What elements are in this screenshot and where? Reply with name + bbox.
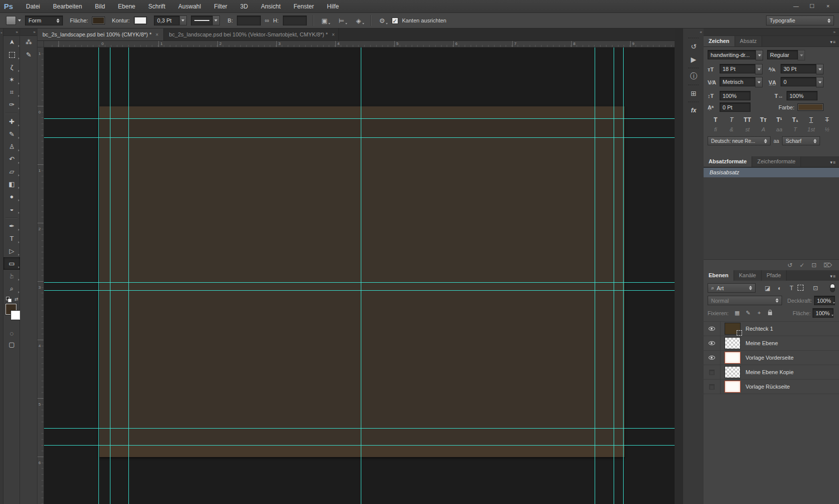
language-dropdown[interactable]: Deutsch: neue Re... — [708, 136, 771, 145]
stroke-color-swatch[interactable] — [134, 16, 147, 24]
subscript-button[interactable]: T₁ — [787, 116, 803, 123]
horizontal-guide[interactable] — [44, 282, 675, 283]
layer-row[interactable]: Vorlage Rückseite — [704, 380, 839, 394]
layer-visibility-cell[interactable] — [704, 336, 721, 350]
menu-item-auswahl[interactable]: Auswahl — [178, 3, 201, 10]
layer-row[interactable]: Rechteck 1 — [704, 322, 839, 336]
fill-color-swatch[interactable] — [92, 16, 105, 24]
strikethrough-button[interactable]: T — [819, 116, 835, 123]
dock-expand-icon[interactable]: « — [683, 28, 704, 36]
blur-tool[interactable]: ● — [3, 190, 20, 203]
healing-brush-tool[interactable]: ✚ — [3, 115, 20, 128]
layer-thumbnail[interactable] — [725, 352, 741, 364]
eraser-tool[interactable]: ▱ — [3, 165, 20, 178]
layer-thumbnail[interactable] — [725, 366, 741, 378]
layer-name[interactable]: Vorlage Rückseite — [746, 384, 790, 390]
font-size-dropdown[interactable]: 18 Pt — [720, 64, 763, 74]
tab-ebenen[interactable]: Ebenen — [704, 270, 734, 281]
info-panel-icon[interactable]: ⓘ — [683, 70, 704, 83]
brush-settings-panel-icon[interactable]: ⁂ — [20, 36, 37, 48]
stroke-width-field[interactable]: 0,3 Pt — [154, 15, 187, 25]
contextual-alternates-button[interactable]: & — [724, 126, 740, 132]
expand-dock-icon[interactable]: » — [0, 28, 3, 34]
tool-mode-dropdown[interactable]: Form — [25, 15, 63, 25]
tab-close-icon[interactable]: × — [332, 32, 335, 37]
tab-zeichenformate[interactable]: Zeichenformate — [752, 156, 801, 167]
brush-tool[interactable]: ✎ — [3, 128, 20, 140]
menu-item-fenster[interactable]: Fenster — [294, 3, 314, 10]
move-tool[interactable]: ➤ — [3, 36, 20, 48]
vertical-guide[interactable] — [361, 47, 361, 504]
filter-adjustment-layers-icon[interactable]: ◐ — [774, 285, 786, 292]
layer-fill-input[interactable]: 100% — [813, 308, 834, 318]
horizontal-guide[interactable] — [44, 118, 675, 119]
horizontal-ruler[interactable]: 0123456789 — [44, 41, 675, 47]
layer-visibility-cell[interactable] — [704, 322, 721, 336]
eye-icon[interactable] — [709, 327, 715, 331]
layer-name[interactable]: Meine Ebene — [746, 340, 778, 346]
delete-style-icon[interactable]: ⌦ — [824, 262, 832, 269]
layer-visibility-cell[interactable] — [704, 365, 721, 379]
shape-height-input[interactable] — [283, 15, 307, 25]
horizontal-guide[interactable] — [44, 290, 675, 291]
align-edges-checkbox[interactable]: ✓ — [392, 17, 398, 24]
tool-preset-picker[interactable] — [6, 16, 21, 25]
filter-pixel-layers-icon[interactable]: ◪ — [762, 285, 774, 292]
stroke-style-dropdown[interactable] — [191, 15, 220, 25]
filter-shape-layers-icon[interactable] — [798, 285, 810, 292]
opacity-input[interactable]: 100% — [814, 296, 835, 305]
path-operations-button[interactable]: ▣ — [319, 15, 330, 25]
window-close-button[interactable]: × — [824, 3, 832, 9]
menu-item-bearbeiten[interactable]: Bearbeiten — [53, 3, 82, 10]
tab-absatz[interactable]: Absatz — [735, 36, 763, 46]
layer-filter-toggle[interactable] — [830, 284, 835, 292]
effects-panel-icon[interactable]: fx — [683, 104, 704, 117]
path-alignment-button[interactable]: ⊨ — [336, 15, 347, 25]
font-size-arrow-icon[interactable] — [755, 64, 763, 74]
lock-pixels-icon[interactable]: ✎ — [743, 310, 754, 316]
baseline-shift-input[interactable]: 0 Pt — [720, 102, 751, 112]
layer-row[interactable]: Meine Ebene Kopie — [704, 365, 839, 380]
discretionary-ligatures-button[interactable]: st — [740, 126, 756, 132]
tab-zeichen[interactable]: Zeichen — [704, 36, 735, 46]
underline-button[interactable]: T — [803, 116, 819, 123]
quick-mask-button[interactable]: ◌ — [3, 328, 20, 339]
stroke-style-arrow-icon[interactable] — [212, 15, 220, 25]
kerning-dropdown[interactable]: Metrisch — [720, 77, 763, 87]
horizontal-guide[interactable] — [44, 428, 675, 429]
clone-stamp-tool[interactable]: ♙ — [3, 140, 20, 153]
menu-item-bild[interactable]: Bild — [95, 3, 105, 10]
vertical-guide[interactable] — [98, 47, 99, 504]
layer-name[interactable]: Meine Ebene Kopie — [746, 369, 794, 375]
swap-colors-icon[interactable]: ⇄ — [14, 297, 18, 302]
zoom-tool[interactable]: ⌕ — [3, 282, 20, 295]
menu-item-datei[interactable]: Datei — [26, 3, 40, 10]
horizontal-guide[interactable] — [44, 445, 675, 446]
font-family-arrow-icon[interactable] — [756, 50, 763, 60]
faux-italic-button[interactable]: T — [724, 116, 740, 123]
leading-dropdown[interactable]: 30 Pt — [781, 64, 824, 74]
window-restore-button[interactable]: ☐ — [808, 3, 816, 9]
lasso-tool[interactable]: ζ — [3, 61, 20, 73]
menu-item-filter[interactable]: Filter — [214, 3, 227, 10]
ruler-corner[interactable] — [37, 41, 44, 47]
menu-item-hilfe[interactable]: Hilfe — [327, 3, 339, 10]
layers-panel-menu-icon[interactable]: ▾≡ — [830, 274, 839, 281]
small-caps-button[interactable]: Tᴛ — [756, 116, 772, 123]
link-dimensions-icon[interactable]: ∞ — [265, 17, 269, 24]
kerning-arrow-icon[interactable] — [755, 77, 763, 87]
fractions-button[interactable]: ½ — [819, 126, 835, 132]
path-selection-tool[interactable]: ▷ — [3, 245, 20, 257]
eye-icon[interactable] — [709, 356, 715, 360]
hand-tool[interactable]: ☞ — [3, 270, 20, 282]
stylistic-alternates-button[interactable]: aa — [772, 126, 788, 132]
new-style-icon[interactable]: ⊡ — [812, 262, 817, 269]
vertical-scale-input[interactable]: 100% — [720, 91, 751, 100]
canvas-viewport[interactable] — [44, 47, 675, 504]
type-tool[interactable]: T — [3, 232, 20, 245]
rectangle-tool[interactable]: ▭ — [3, 257, 20, 270]
tab-absatzformate[interactable]: Absatzformate — [704, 156, 752, 167]
path-arrangement-button[interactable]: ◈ — [353, 15, 364, 25]
antialias-dropdown[interactable]: Scharf — [782, 136, 820, 145]
dock-collapse-icon[interactable]: » — [20, 28, 37, 36]
